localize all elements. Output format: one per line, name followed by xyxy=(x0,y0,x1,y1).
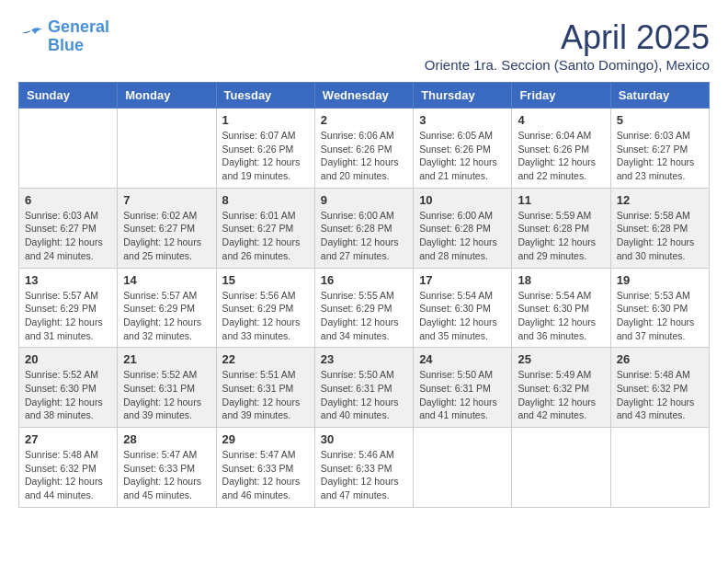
calendar-week-row: 20Sunrise: 5:52 AM Sunset: 6:30 PM Dayli… xyxy=(19,348,710,428)
day-number: 12 xyxy=(617,193,703,207)
calendar-cell: 8Sunrise: 6:01 AM Sunset: 6:27 PM Daylig… xyxy=(216,188,314,268)
day-info: Sunrise: 5:49 AM Sunset: 6:32 PM Dayligh… xyxy=(518,368,604,422)
column-header-tuesday: Tuesday xyxy=(216,83,314,109)
day-number: 28 xyxy=(123,432,210,446)
day-number: 16 xyxy=(321,273,407,287)
location-subtitle: Oriente 1ra. Seccion (Santo Domingo), Me… xyxy=(425,57,710,73)
day-number: 3 xyxy=(419,113,506,127)
day-info: Sunrise: 5:47 AM Sunset: 6:33 PM Dayligh… xyxy=(123,448,210,502)
day-info: Sunrise: 5:50 AM Sunset: 6:31 PM Dayligh… xyxy=(419,368,506,422)
day-number: 22 xyxy=(222,352,309,366)
day-number: 14 xyxy=(123,273,210,287)
column-header-monday: Monday xyxy=(118,83,216,109)
day-info: Sunrise: 5:46 AM Sunset: 6:33 PM Dayligh… xyxy=(321,448,407,502)
day-number: 18 xyxy=(518,273,604,287)
day-info: Sunrise: 6:06 AM Sunset: 6:26 PM Dayligh… xyxy=(321,129,407,183)
day-info: Sunrise: 5:56 AM Sunset: 6:29 PM Dayligh… xyxy=(222,289,309,343)
calendar-cell: 9Sunrise: 6:00 AM Sunset: 6:28 PM Daylig… xyxy=(314,188,413,268)
calendar-week-row: 27Sunrise: 5:48 AM Sunset: 6:32 PM Dayli… xyxy=(19,428,710,508)
column-header-saturday: Saturday xyxy=(610,83,709,109)
day-info: Sunrise: 5:52 AM Sunset: 6:30 PM Dayligh… xyxy=(25,368,111,422)
column-header-friday: Friday xyxy=(512,83,610,109)
day-number: 20 xyxy=(25,352,111,366)
day-info: Sunrise: 6:03 AM Sunset: 6:27 PM Dayligh… xyxy=(617,129,703,183)
calendar-cell: 14Sunrise: 5:57 AM Sunset: 6:29 PM Dayli… xyxy=(118,268,216,348)
calendar-cell xyxy=(118,109,216,189)
day-info: Sunrise: 6:00 AM Sunset: 6:28 PM Dayligh… xyxy=(419,209,506,263)
calendar-cell: 19Sunrise: 5:53 AM Sunset: 6:30 PM Dayli… xyxy=(610,268,709,348)
day-number: 17 xyxy=(419,273,506,287)
day-info: Sunrise: 5:53 AM Sunset: 6:30 PM Dayligh… xyxy=(617,289,703,343)
day-number: 21 xyxy=(123,352,210,366)
calendar-cell: 18Sunrise: 5:54 AM Sunset: 6:30 PM Dayli… xyxy=(512,268,610,348)
calendar-cell: 12Sunrise: 5:58 AM Sunset: 6:28 PM Dayli… xyxy=(610,188,709,268)
calendar-cell xyxy=(512,428,610,508)
day-info: Sunrise: 6:00 AM Sunset: 6:28 PM Dayligh… xyxy=(321,209,407,263)
logo-icon xyxy=(18,27,44,47)
day-info: Sunrise: 5:51 AM Sunset: 6:31 PM Dayligh… xyxy=(222,368,309,422)
calendar-cell xyxy=(19,109,118,189)
calendar-week-row: 1Sunrise: 6:07 AM Sunset: 6:26 PM Daylig… xyxy=(19,109,710,189)
day-info: Sunrise: 6:02 AM Sunset: 6:27 PM Dayligh… xyxy=(123,209,210,263)
column-header-thursday: Thursday xyxy=(414,83,512,109)
calendar-cell: 29Sunrise: 5:47 AM Sunset: 6:33 PM Dayli… xyxy=(216,428,314,508)
calendar-week-row: 13Sunrise: 5:57 AM Sunset: 6:29 PM Dayli… xyxy=(19,268,710,348)
calendar-cell xyxy=(610,428,709,508)
day-info: Sunrise: 5:54 AM Sunset: 6:30 PM Dayligh… xyxy=(419,289,506,343)
day-number: 11 xyxy=(518,193,604,207)
day-number: 25 xyxy=(518,352,604,366)
calendar-cell: 2Sunrise: 6:06 AM Sunset: 6:26 PM Daylig… xyxy=(314,109,413,189)
calendar-cell: 5Sunrise: 6:03 AM Sunset: 6:27 PM Daylig… xyxy=(610,109,709,189)
calendar-cell: 15Sunrise: 5:56 AM Sunset: 6:29 PM Dayli… xyxy=(216,268,314,348)
day-info: Sunrise: 6:04 AM Sunset: 6:26 PM Dayligh… xyxy=(518,129,604,183)
column-header-wednesday: Wednesday xyxy=(314,83,413,109)
calendar-cell: 3Sunrise: 6:05 AM Sunset: 6:26 PM Daylig… xyxy=(414,109,512,189)
day-number: 29 xyxy=(222,432,309,446)
day-info: Sunrise: 5:52 AM Sunset: 6:31 PM Dayligh… xyxy=(123,368,210,422)
day-number: 27 xyxy=(25,432,111,446)
day-number: 2 xyxy=(321,113,407,127)
day-number: 9 xyxy=(321,193,407,207)
calendar-cell: 4Sunrise: 6:04 AM Sunset: 6:26 PM Daylig… xyxy=(512,109,610,189)
day-info: Sunrise: 5:55 AM Sunset: 6:29 PM Dayligh… xyxy=(321,289,407,343)
day-number: 24 xyxy=(419,352,506,366)
day-info: Sunrise: 6:01 AM Sunset: 6:27 PM Dayligh… xyxy=(222,209,309,263)
calendar-cell: 25Sunrise: 5:49 AM Sunset: 6:32 PM Dayli… xyxy=(512,348,610,428)
calendar-cell: 7Sunrise: 6:02 AM Sunset: 6:27 PM Daylig… xyxy=(118,188,216,268)
calendar-cell: 28Sunrise: 5:47 AM Sunset: 6:33 PM Dayli… xyxy=(118,428,216,508)
calendar-cell: 30Sunrise: 5:46 AM Sunset: 6:33 PM Dayli… xyxy=(314,428,413,508)
day-number: 1 xyxy=(222,113,309,127)
calendar-cell: 26Sunrise: 5:48 AM Sunset: 6:32 PM Dayli… xyxy=(610,348,709,428)
day-info: Sunrise: 5:57 AM Sunset: 6:29 PM Dayligh… xyxy=(123,289,210,343)
day-number: 15 xyxy=(222,273,309,287)
day-info: Sunrise: 5:48 AM Sunset: 6:32 PM Dayligh… xyxy=(617,368,703,422)
day-info: Sunrise: 5:47 AM Sunset: 6:33 PM Dayligh… xyxy=(222,448,309,502)
calendar-table: SundayMondayTuesdayWednesdayThursdayFrid… xyxy=(18,82,710,508)
calendar-cell: 6Sunrise: 6:03 AM Sunset: 6:27 PM Daylig… xyxy=(19,188,118,268)
day-number: 13 xyxy=(25,273,111,287)
day-number: 8 xyxy=(222,193,309,207)
day-number: 5 xyxy=(617,113,703,127)
day-number: 26 xyxy=(617,352,703,366)
calendar-cell: 11Sunrise: 5:59 AM Sunset: 6:28 PM Dayli… xyxy=(512,188,610,268)
day-info: Sunrise: 6:05 AM Sunset: 6:26 PM Dayligh… xyxy=(419,129,506,183)
calendar-cell: 24Sunrise: 5:50 AM Sunset: 6:31 PM Dayli… xyxy=(414,348,512,428)
day-number: 23 xyxy=(321,352,407,366)
day-number: 19 xyxy=(617,273,703,287)
calendar-cell xyxy=(414,428,512,508)
calendar-cell: 17Sunrise: 5:54 AM Sunset: 6:30 PM Dayli… xyxy=(414,268,512,348)
day-info: Sunrise: 5:59 AM Sunset: 6:28 PM Dayligh… xyxy=(518,209,604,263)
calendar-week-row: 6Sunrise: 6:03 AM Sunset: 6:27 PM Daylig… xyxy=(19,188,710,268)
month-year-title: April 2025 xyxy=(425,18,710,57)
calendar-cell: 1Sunrise: 6:07 AM Sunset: 6:26 PM Daylig… xyxy=(216,109,314,189)
calendar-cell: 13Sunrise: 5:57 AM Sunset: 6:29 PM Dayli… xyxy=(19,268,118,348)
calendar-cell: 20Sunrise: 5:52 AM Sunset: 6:30 PM Dayli… xyxy=(19,348,118,428)
day-info: Sunrise: 5:48 AM Sunset: 6:32 PM Dayligh… xyxy=(25,448,111,502)
logo-text: General Blue xyxy=(48,18,109,55)
title-section: April 2025 Oriente 1ra. Seccion (Santo D… xyxy=(425,18,710,73)
day-number: 4 xyxy=(518,113,604,127)
day-info: Sunrise: 5:50 AM Sunset: 6:31 PM Dayligh… xyxy=(321,368,407,422)
calendar-cell: 21Sunrise: 5:52 AM Sunset: 6:31 PM Dayli… xyxy=(118,348,216,428)
calendar-cell: 27Sunrise: 5:48 AM Sunset: 6:32 PM Dayli… xyxy=(19,428,118,508)
calendar-cell: 10Sunrise: 6:00 AM Sunset: 6:28 PM Dayli… xyxy=(414,188,512,268)
